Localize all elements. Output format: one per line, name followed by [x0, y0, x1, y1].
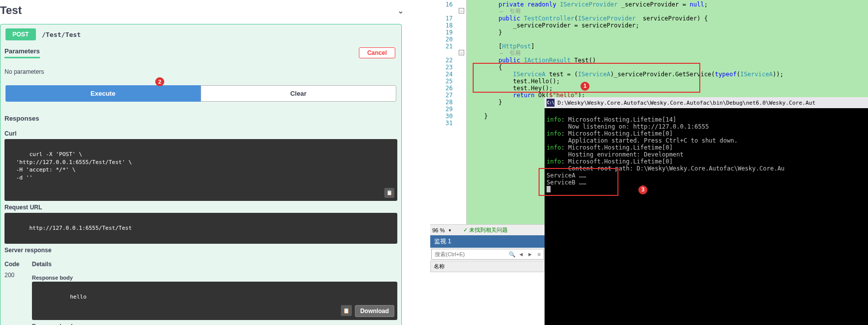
method-badge: POST	[5, 28, 36, 40]
annotation-badge-2: 2	[155, 77, 164, 86]
parameters-tab[interactable]: Parameters	[4, 47, 40, 58]
watch-header[interactable]: 监视 1	[430, 235, 545, 248]
depth-icon[interactable]: ≡	[535, 251, 544, 257]
response-body-label: Response body	[32, 272, 397, 282]
curl-block[interactable]: curl -X 'POST' \ 'http://127.0.0.1:6555/…	[4, 139, 397, 201]
curl-text: curl -X 'POST' \ 'http://127.0.0.1:6555/…	[9, 151, 132, 180]
dropdown-icon[interactable]: ▾	[449, 228, 451, 233]
operation-title-row[interactable]: Test ⌄	[0, 0, 406, 24]
response-body-text: hello	[70, 294, 86, 300]
nav-left-icon[interactable]: ◄	[517, 251, 526, 257]
annotation-badge-1: 1	[580, 82, 589, 91]
responses-heading: Responses	[0, 109, 401, 127]
curl-label: Curl	[0, 127, 401, 139]
request-url-block[interactable]: http://127.0.0.1:6555/Test/Test	[4, 213, 397, 244]
response-header-row: Code Details	[0, 256, 401, 271]
copy-response-icon[interactable]: 📋	[341, 305, 352, 316]
annotation-box-3	[539, 168, 618, 196]
status-code-200: 200	[4, 272, 32, 325]
operation-header[interactable]: POST /Test/Test	[0, 24, 401, 44]
no-params-label: No parameters	[4, 68, 44, 75]
fold-box-icon[interactable]: −	[459, 8, 464, 13]
console-output[interactable]: info: info: Microsoft.Hosting.Lifetime[1…	[545, 108, 868, 216]
cancel-button[interactable]: Cancel	[359, 47, 395, 58]
console-window[interactable]: C:\ D:\Wesky\Wesky.Core.Autofac\Wesky.Co…	[545, 97, 868, 325]
search-icon[interactable]: 🔍	[508, 251, 517, 258]
watch-panel: 监视 1 🔍 ◄ ► ≡ 名称	[430, 235, 545, 272]
reference-hint[interactable]: — 引用	[470, 8, 868, 15]
watch-search-input[interactable]	[432, 250, 508, 258]
no-issues-indicator[interactable]: ✓ 未找到相关问题	[463, 226, 508, 234]
copy-icon[interactable]: 📋	[384, 188, 394, 198]
chevron-down-icon[interactable]: ⌄	[397, 6, 404, 15]
watch-search-row: 🔍 ◄ ► ≡	[431, 249, 544, 260]
zoom-level[interactable]: 96 %	[432, 227, 445, 233]
parameters-row: Parameters Cancel	[0, 44, 401, 61]
request-url-text: http://127.0.0.1:6555/Test/Test	[29, 225, 132, 231]
code-header: Code	[4, 261, 32, 268]
console-titlebar[interactable]: C:\ D:\Wesky\Wesky.Core.Autofac\Wesky.Co…	[545, 97, 868, 108]
execute-button[interactable]: Execute	[5, 85, 201, 102]
response-headers-label: Response headers	[32, 320, 397, 325]
line-number-gutter: 16171819202122232425262728293031	[430, 0, 458, 224]
watch-column-name[interactable]: 名称	[430, 261, 545, 272]
download-button[interactable]: Download	[355, 305, 394, 317]
console-title-text: D:\Wesky\Wesky.Core.Autofac\Wesky.Core.A…	[558, 100, 816, 106]
annotation-badge-3: 3	[638, 185, 647, 194]
server-response-label: Server response	[0, 244, 401, 256]
operation-title: Test	[0, 4, 22, 17]
nav-right-icon[interactable]: ►	[526, 251, 535, 257]
request-url-label: Request URL	[0, 201, 401, 213]
fold-box-icon[interactable]: −	[459, 50, 464, 55]
clear-button[interactable]: Clear	[201, 85, 397, 102]
endpoint-path: /Test/Test	[42, 31, 81, 38]
swagger-panel: Test ⌄ POST /Test/Test Parameters Cancel…	[0, 0, 406, 325]
reference-hint[interactable]: — 引用	[470, 50, 868, 57]
console-app-icon: C:\	[547, 99, 555, 107]
no-parameters-text: No parameters 2	[0, 61, 401, 85]
action-buttons-row: Execute Clear	[0, 85, 401, 109]
fold-column[interactable]: − −	[458, 0, 467, 224]
operation-box: POST /Test/Test Parameters Cancel No par…	[0, 24, 402, 325]
editor-status-bar: 96 % ▾ ✓ 未找到相关问题	[430, 224, 545, 235]
response-body-block[interactable]: hello 📋 Download	[32, 282, 397, 321]
details-header: Details	[32, 261, 51, 268]
